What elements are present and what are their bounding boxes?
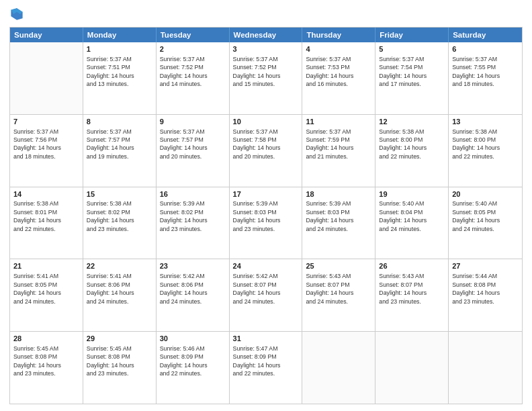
cell-content: Sunrise: 5:46 AM Sunset: 8:09 PM Dayligh… [160,345,208,377]
day-number: 10 [233,117,299,127]
day-number: 11 [306,117,371,127]
cell-content: Sunrise: 5:37 AM Sunset: 7:55 PM Dayligh… [452,56,500,87]
cal-cell: 28Sunrise: 5:45 AM Sunset: 8:08 PM Dayli… [10,332,83,404]
cal-header-saturday: Saturday [449,28,522,42]
cal-cell: 16Sunrise: 5:39 AM Sunset: 8:02 PM Dayli… [157,187,230,259]
logo [9,7,27,21]
cal-cell: 7Sunrise: 5:37 AM Sunset: 7:56 PM Daylig… [10,115,83,187]
cal-cell: 27Sunrise: 5:44 AM Sunset: 8:08 PM Dayli… [449,259,522,331]
day-number: 1 [87,44,152,54]
cal-cell: 17Sunrise: 5:39 AM Sunset: 8:03 PM Dayli… [230,187,303,259]
cal-cell [302,332,375,404]
cal-cell: 11Sunrise: 5:37 AM Sunset: 7:59 PM Dayli… [302,115,375,187]
cal-cell: 13Sunrise: 5:38 AM Sunset: 8:00 PM Dayli… [449,115,522,187]
cal-cell: 3Sunrise: 5:37 AM Sunset: 7:52 PM Daylig… [230,42,303,114]
cal-cell: 2Sunrise: 5:37 AM Sunset: 7:52 PM Daylig… [157,42,230,114]
cal-cell: 31Sunrise: 5:47 AM Sunset: 8:09 PM Dayli… [230,332,303,404]
cell-content: Sunrise: 5:44 AM Sunset: 8:08 PM Dayligh… [452,273,500,304]
cell-content: Sunrise: 5:37 AM Sunset: 7:52 PM Dayligh… [160,56,208,87]
cal-cell: 19Sunrise: 5:40 AM Sunset: 8:04 PM Dayli… [375,187,449,259]
day-number: 3 [233,44,299,54]
day-number: 17 [233,189,299,199]
day-number: 7 [13,117,79,127]
day-number: 9 [160,117,226,127]
cell-content: Sunrise: 5:37 AM Sunset: 7:57 PM Dayligh… [160,128,208,160]
cell-content: Sunrise: 5:41 AM Sunset: 8:06 PM Dayligh… [87,273,134,304]
cell-content: Sunrise: 5:47 AM Sunset: 8:09 PM Dayligh… [233,345,281,377]
cell-content: Sunrise: 5:41 AM Sunset: 8:05 PM Dayligh… [13,273,61,304]
day-number: 4 [306,44,371,54]
day-number: 20 [452,189,519,199]
page: SundayMondayTuesdayWednesdayThursdayFrid… [0,0,532,411]
cal-cell: 15Sunrise: 5:38 AM Sunset: 8:02 PM Dayli… [83,187,157,259]
day-number: 29 [87,334,152,344]
cell-content: Sunrise: 5:45 AM Sunset: 8:08 PM Dayligh… [87,345,134,377]
day-number: 5 [379,44,445,54]
day-number: 2 [160,44,226,54]
day-number: 23 [160,261,226,271]
cal-cell: 23Sunrise: 5:42 AM Sunset: 8:06 PM Dayli… [157,259,230,331]
day-number: 15 [87,189,152,199]
cal-cell [449,332,522,404]
cell-content: Sunrise: 5:37 AM Sunset: 7:58 PM Dayligh… [233,128,281,160]
cal-cell: 30Sunrise: 5:46 AM Sunset: 8:09 PM Dayli… [157,332,230,404]
cal-cell: 21Sunrise: 5:41 AM Sunset: 8:05 PM Dayli… [10,259,83,331]
cell-content: Sunrise: 5:45 AM Sunset: 8:08 PM Dayligh… [13,345,61,377]
day-number: 12 [379,117,445,127]
cal-week-1: 1Sunrise: 5:37 AM Sunset: 7:51 PM Daylig… [10,42,522,115]
day-number: 16 [160,189,226,199]
calendar: SundayMondayTuesdayWednesdayThursdayFrid… [9,27,523,404]
cal-header-tuesday: Tuesday [157,28,230,42]
cal-header-wednesday: Wednesday [230,28,303,42]
cell-content: Sunrise: 5:40 AM Sunset: 8:04 PM Dayligh… [379,200,427,232]
cell-content: Sunrise: 5:39 AM Sunset: 8:03 PM Dayligh… [233,200,281,232]
cal-header-thursday: Thursday [302,28,375,42]
cell-content: Sunrise: 5:43 AM Sunset: 8:07 PM Dayligh… [306,273,353,304]
cal-cell: 20Sunrise: 5:40 AM Sunset: 8:05 PM Dayli… [449,187,522,259]
cell-content: Sunrise: 5:37 AM Sunset: 7:53 PM Dayligh… [306,56,353,87]
day-number: 30 [160,334,226,344]
day-number: 24 [233,261,299,271]
cal-cell: 29Sunrise: 5:45 AM Sunset: 8:08 PM Dayli… [83,332,157,404]
header [9,7,523,21]
day-number: 31 [233,334,299,344]
day-number: 27 [452,261,519,271]
cell-content: Sunrise: 5:37 AM Sunset: 7:54 PM Dayligh… [379,56,427,87]
logo-icon [9,7,24,21]
cell-content: Sunrise: 5:39 AM Sunset: 8:03 PM Dayligh… [306,200,353,232]
cal-week-4: 21Sunrise: 5:41 AM Sunset: 8:05 PM Dayli… [10,259,522,332]
day-number: 6 [452,44,519,54]
cell-content: Sunrise: 5:37 AM Sunset: 7:59 PM Dayligh… [306,128,353,160]
cell-content: Sunrise: 5:43 AM Sunset: 8:07 PM Dayligh… [379,273,427,304]
cell-content: Sunrise: 5:38 AM Sunset: 8:02 PM Dayligh… [87,200,134,232]
cal-cell: 6Sunrise: 5:37 AM Sunset: 7:55 PM Daylig… [449,42,522,114]
cal-header-friday: Friday [375,28,449,42]
cal-week-3: 14Sunrise: 5:38 AM Sunset: 8:01 PM Dayli… [10,187,522,260]
cell-content: Sunrise: 5:37 AM Sunset: 7:52 PM Dayligh… [233,56,281,87]
cal-cell: 9Sunrise: 5:37 AM Sunset: 7:57 PM Daylig… [157,115,230,187]
cell-content: Sunrise: 5:42 AM Sunset: 8:06 PM Dayligh… [160,273,208,304]
cal-cell [375,332,449,404]
day-number: 21 [13,261,79,271]
cal-header-monday: Monday [83,28,157,42]
cal-week-2: 7Sunrise: 5:37 AM Sunset: 7:56 PM Daylig… [10,115,522,187]
cell-content: Sunrise: 5:37 AM Sunset: 7:57 PM Dayligh… [87,128,134,160]
cal-cell: 26Sunrise: 5:43 AM Sunset: 8:07 PM Dayli… [375,259,449,331]
day-number: 18 [306,189,371,199]
cal-cell: 22Sunrise: 5:41 AM Sunset: 8:06 PM Dayli… [83,259,157,331]
calendar-body: 1Sunrise: 5:37 AM Sunset: 7:51 PM Daylig… [10,42,522,404]
cal-header-sunday: Sunday [10,28,83,42]
cal-cell [10,42,83,114]
cell-content: Sunrise: 5:38 AM Sunset: 8:00 PM Dayligh… [452,128,500,160]
cell-content: Sunrise: 5:40 AM Sunset: 8:05 PM Dayligh… [452,200,500,232]
cal-cell: 24Sunrise: 5:42 AM Sunset: 8:07 PM Dayli… [230,259,303,331]
day-number: 22 [87,261,152,271]
cell-content: Sunrise: 5:38 AM Sunset: 8:00 PM Dayligh… [379,128,427,160]
cell-content: Sunrise: 5:38 AM Sunset: 8:01 PM Dayligh… [13,200,61,232]
cal-cell: 25Sunrise: 5:43 AM Sunset: 8:07 PM Dayli… [302,259,375,331]
cal-cell: 5Sunrise: 5:37 AM Sunset: 7:54 PM Daylig… [375,42,449,114]
day-number: 25 [306,261,371,271]
calendar-header-row: SundayMondayTuesdayWednesdayThursdayFrid… [10,28,522,42]
cell-content: Sunrise: 5:39 AM Sunset: 8:02 PM Dayligh… [160,200,208,232]
cal-cell: 1Sunrise: 5:37 AM Sunset: 7:51 PM Daylig… [83,42,157,114]
